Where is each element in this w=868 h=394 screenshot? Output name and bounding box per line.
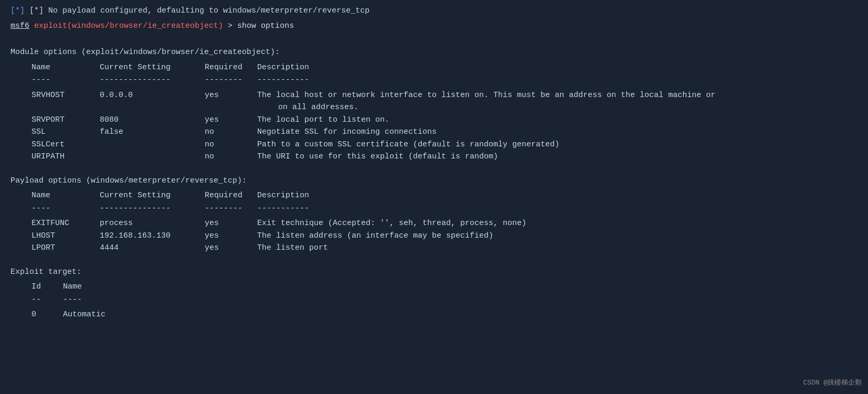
pay-row1-desc: The listen address (an interface may be … xyxy=(257,230,858,242)
table-row: SSLCert no Path to a custom SSL certific… xyxy=(31,139,858,151)
mod-row0-required: yes xyxy=(205,90,257,102)
exploit-target-header: Exploit target: xyxy=(10,267,858,279)
mod-row0-continuation: on all addresses. xyxy=(278,102,858,114)
pay-row0-name: EXITFUNC xyxy=(31,218,100,230)
payload-table-header: Name Current Setting Required Descriptio… xyxy=(31,190,858,202)
mod-row3-current xyxy=(100,139,205,151)
payload-options-header: Payload options (windows/meterpreter/rev… xyxy=(10,175,858,187)
table-row: EXITFUNC process yes Exit technique (Acc… xyxy=(31,218,858,230)
table-row: URIPATH no The URI to use for this explo… xyxy=(31,151,858,163)
module-options-header: Module options (exploit/windows/browser/… xyxy=(10,47,858,59)
table-row: LHOST 192.168.163.130 yes The listen add… xyxy=(31,230,858,242)
payload-table-underline: ---- --------------- -------- ----------… xyxy=(31,203,858,215)
mod-row1-required: yes xyxy=(205,114,257,126)
pay-ul-current: --------------- xyxy=(100,203,205,215)
pay-row1-name: LHOST xyxy=(31,230,100,242)
module-table-header: Name Current Setting Required Descriptio… xyxy=(31,62,858,74)
pay-row0-desc: Exit technique (Accepted: '', seh, threa… xyxy=(257,218,858,230)
pay-ul-desc: ----------- xyxy=(257,203,858,215)
pay-ul-required: -------- xyxy=(205,203,257,215)
mod-col-current-header: Current Setting xyxy=(100,62,205,74)
exploit-target-table-header: Id Name xyxy=(31,281,858,293)
terminal-window: [*] [*] No payload configured, defaultin… xyxy=(10,5,858,321)
pay-row1-current: 192.168.163.130 xyxy=(100,230,205,242)
et-ul-name: ---- xyxy=(63,294,858,306)
pay-col-desc-header: Description xyxy=(257,190,858,202)
mod-row2-desc: Negotiate SSL for incoming connections xyxy=(257,126,858,139)
mod-row4-name: URIPATH xyxy=(31,151,100,163)
exploit-target-table: Id Name -- ---- 0 Automatic xyxy=(31,281,858,321)
module-options-table: Name Current Setting Required Descriptio… xyxy=(31,62,858,163)
bracket-star-icon: [*] xyxy=(10,6,25,15)
msf-prompt-label: msf6 xyxy=(10,22,29,30)
mod-ul-current: --------------- xyxy=(100,74,205,87)
pay-col-name-header: Name xyxy=(31,190,100,202)
pay-row2-name: LPORT xyxy=(31,242,100,254)
pay-col-current-header: Current Setting xyxy=(100,190,205,202)
mod-row2-required: no xyxy=(205,126,257,139)
watermark-text: CSDN @跳楼梯企鹅 xyxy=(803,378,862,388)
et-row0-name: Automatic xyxy=(63,309,858,321)
mod-row3-required: no xyxy=(205,139,257,151)
prompt-line: msf6 exploit(windows/browser/ie_createob… xyxy=(10,20,858,33)
no-payload-text: [*] No payload configured, defaulting to… xyxy=(29,6,369,15)
mod-row1-desc: The local port to listen on. xyxy=(257,114,858,126)
mod-col-required-header: Required xyxy=(205,62,257,74)
et-col-name-header: Name xyxy=(63,281,858,293)
mod-row1-name: SRVPORT xyxy=(31,114,100,126)
table-row: SRVHOST 0.0.0.0 yes The local host or ne… xyxy=(31,90,858,102)
payload-options-table: Name Current Setting Required Descriptio… xyxy=(31,190,858,254)
mod-ul-name: ---- xyxy=(31,74,100,87)
mod-row3-name: SSLCert xyxy=(31,139,100,151)
module-path-label: exploit(windows/browser/ie_createobject) xyxy=(34,22,223,30)
table-row: SRVPORT 8080 yes The local port to liste… xyxy=(31,114,858,126)
mod-row4-required: no xyxy=(205,151,257,163)
mod-row2-current: false xyxy=(100,126,205,139)
pay-row2-desc: The listen port xyxy=(257,242,858,254)
mod-ul-required: -------- xyxy=(205,74,257,87)
table-row: 0 Automatic xyxy=(31,309,858,321)
pay-row1-required: yes xyxy=(205,230,257,242)
mod-col-desc-header: Description xyxy=(257,62,858,74)
mod-row0-cont-text: on all addresses. xyxy=(278,102,358,114)
et-ul-id: -- xyxy=(31,294,63,306)
et-col-id-header: Id xyxy=(31,281,63,293)
mod-row0-current: 0.0.0.0 xyxy=(100,90,205,102)
mod-row4-current xyxy=(100,151,205,163)
mod-row1-current: 8080 xyxy=(100,114,205,126)
pay-row2-current: 4444 xyxy=(100,242,205,254)
mod-row2-name: SSL xyxy=(31,126,100,139)
et-row0-id: 0 xyxy=(31,309,63,321)
table-row: SSL false no Negotiate SSL for incoming … xyxy=(31,126,858,139)
mod-row0-name: SRVHOST xyxy=(31,90,100,102)
pay-row2-required: yes xyxy=(205,242,257,254)
pay-row0-current: process xyxy=(100,218,205,230)
pay-row0-required: yes xyxy=(205,218,257,230)
mod-ul-desc: ----------- xyxy=(257,74,858,87)
mod-row0-desc: The local host or network interface to l… xyxy=(257,90,858,102)
no-payload-line: [*] [*] No payload configured, defaultin… xyxy=(10,5,858,17)
table-row: LPORT 4444 yes The listen port xyxy=(31,242,858,254)
mod-col-name-header: Name xyxy=(31,62,100,74)
exploit-target-table-underline: -- ---- xyxy=(31,294,858,306)
mod-row3-desc: Path to a custom SSL certificate (defaul… xyxy=(257,139,858,151)
pay-ul-name: ---- xyxy=(31,203,100,215)
pay-col-required-header: Required xyxy=(205,190,257,202)
module-table-underline: ---- --------------- -------- ----------… xyxy=(31,74,858,87)
mod-row4-desc: The URI to use for this exploit (default… xyxy=(257,151,858,163)
prompt-command: > show options xyxy=(228,22,294,30)
